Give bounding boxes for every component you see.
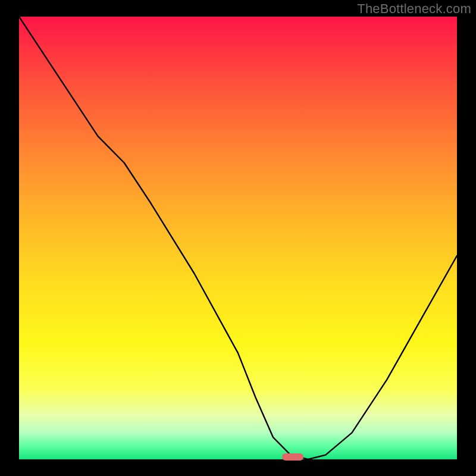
curve-path xyxy=(19,17,457,459)
optimal-point-marker xyxy=(282,453,304,461)
watermark-label: TheBottleneck.com xyxy=(357,1,471,17)
plot-area xyxy=(19,17,457,459)
chart-frame: TheBottleneck.com xyxy=(0,0,476,476)
bottleneck-curve xyxy=(19,17,457,459)
